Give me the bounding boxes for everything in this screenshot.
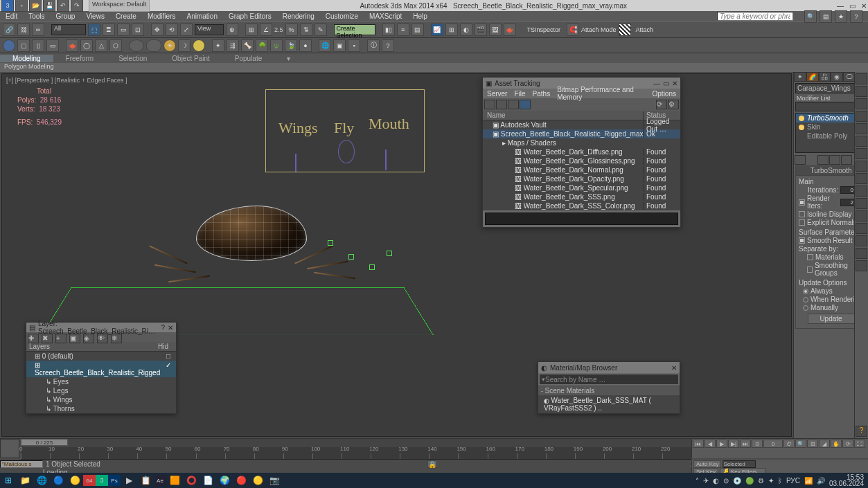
- asset-menu-file[interactable]: File: [514, 90, 525, 98]
- asset-col-name[interactable]: Name: [483, 111, 643, 119]
- viewport[interactable]: [+] [Perspective ] [Realistic + Edged Fa…: [1, 73, 792, 437]
- show-end-result-icon[interactable]: [817, 155, 829, 165]
- menu-modifiers[interactable]: Modifiers: [148, 12, 176, 20]
- tray-6-icon[interactable]: ✦: [768, 477, 774, 485]
- script-prompt[interactable]: "Malicious s: [0, 460, 43, 468]
- tray-telegram-icon[interactable]: ✈: [703, 477, 709, 485]
- checker-icon[interactable]: [619, 24, 631, 36]
- menu-edit[interactable]: Edit: [6, 12, 17, 20]
- tray-wifi-icon[interactable]: 📶: [804, 477, 813, 485]
- particles-icon[interactable]: ✦: [212, 39, 224, 52]
- layer-row[interactable]: ↳ Legs: [26, 386, 176, 395]
- layer-row[interactable]: ↳ Thorns: [26, 404, 176, 413]
- app-64-icon[interactable]: 64: [83, 475, 96, 486]
- nav-16-icon[interactable]: [856, 260, 867, 271]
- edge-icon[interactable]: 🌐: [33, 473, 50, 487]
- update-rendering-radio[interactable]: [803, 297, 808, 302]
- panel-maximize-icon[interactable]: ▭: [663, 80, 669, 87]
- selection-filter-dropdown[interactable]: All: [51, 24, 86, 35]
- cmd-tab-create[interactable]: ✦: [794, 72, 806, 82]
- tray-up-icon[interactable]: ˄: [696, 477, 699, 485]
- make-unique-icon[interactable]: [829, 155, 840, 165]
- asset-tracking-panel[interactable]: ▣ Asset Tracking — ▭ ✕ Server File Paths…: [482, 77, 681, 228]
- asset-table-icon[interactable]: [520, 100, 531, 109]
- app-8-icon[interactable]: 🟡: [249, 473, 266, 487]
- menu-animation[interactable]: Animation: [186, 12, 217, 20]
- tray-4-icon[interactable]: 🟢: [745, 477, 754, 485]
- capsule-icon[interactable]: [146, 39, 161, 52]
- matbrowser-group-scene[interactable]: - Scene Materials: [538, 386, 680, 395]
- layer-row[interactable]: ↳ Eyes: [26, 377, 176, 386]
- explorer-icon[interactable]: 📁: [17, 473, 33, 487]
- sep-smoothing-checkbox[interactable]: [807, 266, 813, 273]
- menu-rendering[interactable]: Rendering: [283, 12, 315, 20]
- update-always-radio[interactable]: [803, 289, 808, 294]
- nav-6-icon[interactable]: [856, 136, 867, 147]
- ref-coord-dropdown[interactable]: View: [195, 24, 224, 35]
- layer-hide-icon[interactable]: 👁: [97, 334, 108, 343]
- asset-row[interactable]: ▣ Autodesk VaultLogged Out …: [483, 120, 680, 129]
- select-rect-icon[interactable]: ▭: [117, 24, 130, 36]
- nav-home-icon[interactable]: [856, 73, 867, 84]
- render-iters-checkbox[interactable]: [799, 199, 805, 206]
- layer-help-icon[interactable]: ?: [161, 324, 165, 332]
- teapot-icon[interactable]: 🫖: [66, 39, 78, 52]
- explicit-normals-checkbox[interactable]: [799, 219, 805, 226]
- attach-mode-label[interactable]: Attach Mode: [581, 26, 617, 33]
- tab-freeform[interactable]: Freeform: [53, 55, 107, 62]
- asset-row[interactable]: ▣ Screech_Beetle_Black_Realistic_Rigged_…: [483, 129, 680, 138]
- cmd-tab-hierarchy[interactable]: 品: [819, 72, 831, 82]
- asset-row[interactable]: 🖼 Water_Beetle_Dark_Glossiness.pngFound: [483, 156, 680, 165]
- menu-graph-editors[interactable]: Graph Editors: [229, 12, 272, 20]
- menu-create[interactable]: Create: [116, 12, 136, 20]
- scale-icon[interactable]: ⤢: [180, 24, 193, 36]
- app-7-icon[interactable]: 🔴: [233, 473, 249, 487]
- app-5-icon[interactable]: 📄: [200, 473, 216, 487]
- magnet-icon[interactable]: 🧲: [567, 24, 579, 36]
- help-search-input[interactable]: [717, 12, 793, 21]
- move-icon[interactable]: ✥: [151, 24, 163, 36]
- geosphere-icon[interactable]: ⬡: [109, 39, 122, 52]
- asset-row[interactable]: 🖼 Water_Beetle_Dark_SSS.pngFound: [483, 192, 680, 201]
- smooth-result-checkbox[interactable]: [799, 237, 805, 244]
- app-4-icon[interactable]: ⭕: [183, 473, 200, 487]
- asset-menu-server[interactable]: Server: [487, 90, 507, 98]
- ribbon-expand-icon[interactable]: ▾: [274, 55, 303, 62]
- nav-13-icon[interactable]: [856, 223, 867, 234]
- asset-row[interactable]: 🖼 Water_Beetle_Dark_Specular.pngFound: [483, 183, 680, 192]
- after-effects-icon[interactable]: Ae: [154, 475, 166, 486]
- spinner-snap-icon[interactable]: ⇅: [300, 24, 312, 36]
- asset-grid-icon[interactable]: [508, 100, 519, 109]
- layer-hl-icon[interactable]: ◈: [83, 334, 94, 343]
- nav-12-icon[interactable]: [856, 210, 867, 222]
- chrome-icon[interactable]: 🟡: [67, 473, 83, 487]
- nav-15-icon[interactable]: [856, 248, 867, 259]
- menu-tools[interactable]: Tools: [28, 12, 44, 20]
- notes-icon[interactable]: 📋: [137, 473, 154, 487]
- lock-sel-icon[interactable]: 🔒: [427, 460, 437, 468]
- forces-icon[interactable]: ⇶: [227, 39, 239, 52]
- layer-close-icon[interactable]: ✕: [168, 324, 173, 332]
- help-icon[interactable]: ?: [850, 10, 862, 23]
- snap-toggle-icon[interactable]: ⊞: [245, 24, 258, 36]
- maximize-button[interactable]: ▭: [849, 2, 856, 10]
- tab-object-paint[interactable]: Object Paint: [159, 55, 222, 62]
- matbrowser-search-input[interactable]: ▾ Search by Name …: [540, 374, 678, 384]
- link-icon[interactable]: 🔗: [3, 24, 15, 36]
- tray-3-icon[interactable]: 💿: [733, 477, 741, 485]
- percent-snap-icon[interactable]: %: [285, 24, 298, 36]
- sep-materials-checkbox[interactable]: [807, 254, 813, 260]
- layer-add-icon[interactable]: +: [55, 334, 67, 343]
- close-button[interactable]: ✕: [861, 2, 867, 10]
- moon-icon[interactable]: ☽: [178, 39, 191, 52]
- nav-view-icon[interactable]: [856, 86, 867, 97]
- panel-minimize-icon[interactable]: —: [653, 80, 660, 87]
- tray-5-icon[interactable]: ⚙: [758, 477, 764, 485]
- isoline-checkbox[interactable]: [799, 211, 805, 217]
- rotate-icon[interactable]: ⟲: [166, 24, 178, 36]
- mirror-icon[interactable]: ▮▯: [382, 24, 395, 36]
- asset-row[interactable]: 🖼 Water_Beetle_Dark_Diffuse.pngFound: [483, 147, 680, 156]
- box-icon[interactable]: ▢: [17, 39, 30, 52]
- nav-lights-icon[interactable]: [856, 98, 867, 109]
- 3dsmax-taskbar-icon[interactable]: 3: [96, 475, 108, 486]
